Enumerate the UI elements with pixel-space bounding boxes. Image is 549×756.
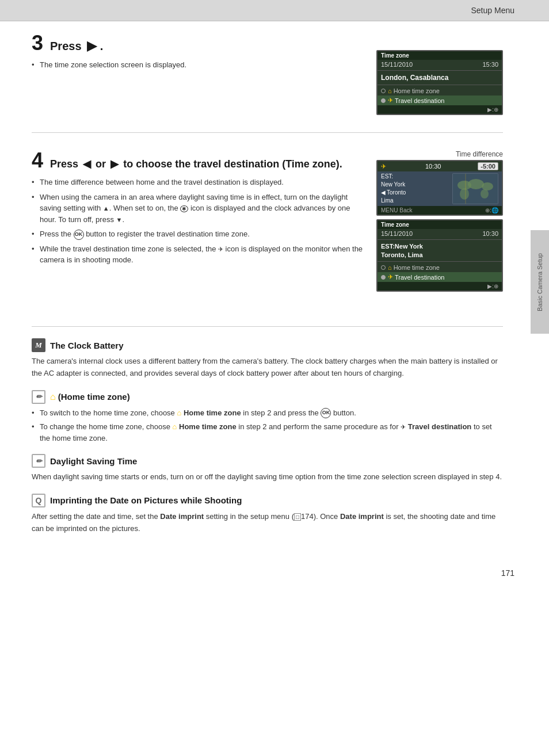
note-home-title-row: ✏ ⌂ (Home time zone) [32, 390, 503, 404]
city-lima: Lima [381, 197, 452, 205]
map-svg [453, 174, 498, 204]
note-daylight-icon: ✏ [32, 454, 45, 468]
screen1-time: 15:30 [482, 61, 498, 68]
note-home: ✏ ⌂ (Home time zone) To switch to the ho… [32, 390, 503, 444]
step-3-right: Time zone 15/11/2010 15:30 London, Casab… [376, 50, 503, 121]
screen-map-cities: EST: New York ◀Toronto Lima [381, 173, 452, 205]
screen1-opt1-label: Home time zone [394, 87, 440, 94]
ok-icon-1: OK [74, 230, 84, 240]
step-4-number: 4 [32, 150, 43, 171]
note-imprint-title-row: Q Imprinting the Date on Pictures while … [32, 494, 503, 507]
screen2-footer: ▶:⊕ [378, 282, 502, 291]
note-clock-icon: M [32, 338, 45, 352]
note-clock-title-row: M The Clock Battery [32, 338, 503, 352]
screen1-dot1 [381, 89, 386, 93]
step-3-number: 3 [32, 33, 43, 54]
screen2-option1: ⌂ Home time zone [378, 263, 502, 272]
screen1-dot2 [381, 98, 386, 103]
screen2-date: 15/11/2010 [381, 230, 413, 237]
screen-top-time: 10:30 [425, 163, 441, 170]
note-clock-body: The camera's internal clock uses a diffe… [32, 356, 503, 380]
step-4-right: Time difference ✈ 10:30 -5:00 EST: New Y… [376, 150, 503, 297]
screen2-divider [378, 239, 502, 240]
step3-screen: Time zone 15/11/2010 15:30 London, Casab… [376, 50, 503, 115]
screen1-date: 15/11/2010 [381, 61, 413, 68]
screen2-dot1 [381, 265, 386, 270]
screen1-opt2-label: Travel destination [395, 97, 444, 104]
screen2-divider2 [378, 261, 502, 262]
step-3-title: Press ▶ . [50, 39, 103, 54]
note-daylight: ✏ Daylight Saving Time When daylight sav… [32, 454, 503, 483]
step4-screen-top: ✈ 10:30 -5:00 EST: New York ◀Toronto Lim… [376, 160, 503, 216]
screen1-option1: ⌂ Home time zone [378, 86, 502, 96]
screen-nav: MENU Back ⊕:🌐 [378, 206, 502, 215]
screen1-label: Time zone [378, 51, 502, 60]
step3-period: . [100, 40, 104, 52]
screen2-time: 10:30 [482, 230, 498, 237]
step-4-bullet-2: When using the camera in an area where d… [32, 192, 365, 226]
header-title: Setup Menu [471, 6, 515, 15]
screen1-footer: ▶:⊕ [378, 105, 502, 114]
screen2-opt2-label: Travel destination [395, 274, 444, 281]
step-4-bullets: The time difference between home and the… [32, 177, 365, 266]
screen-travel-icon: ✈ [381, 163, 386, 170]
main-divider [32, 326, 503, 327]
step-3-bullets: The time zone selection screen is displa… [32, 59, 365, 71]
screen2-label: Time zone [378, 220, 502, 229]
page-number: 171 [0, 563, 549, 583]
note-home-bullets: To switch to the home time zone, choose … [32, 407, 503, 444]
step-4-bullet-1: The time difference between home and the… [32, 177, 365, 188]
screen2-option2: ✈ Travel destination [378, 272, 502, 282]
step-4-bullet-4: While the travel destination time zone i… [32, 243, 365, 266]
menu-back: MENU Back [381, 207, 412, 213]
step-4-title: Press ◀ or ▶ to choose the travel destin… [50, 158, 342, 171]
screen-top-offset: -5:00 [478, 162, 498, 170]
step4-or: or [96, 158, 106, 170]
step3-press: Press [50, 40, 82, 52]
step4-press: Press [50, 158, 78, 170]
screen1-divider2 [378, 85, 502, 85]
map-visual [452, 173, 498, 204]
note-clock: M The Clock Battery The camera's interna… [32, 338, 503, 380]
note-daylight-body: When daylight saving time starts or ends… [32, 471, 503, 483]
screen1-datetime-row: 15/11/2010 15:30 [378, 60, 502, 69]
step-4-bullet-3: Press the OK button to register the trav… [32, 228, 365, 240]
page-num-text: 171 [501, 568, 514, 578]
screen2-datetime-row: 15/11/2010 10:30 [378, 229, 502, 238]
svg-point-2 [468, 179, 484, 189]
screen1-divider [378, 70, 502, 71]
note-home-house-icon: ⌂ [50, 392, 56, 402]
sidebar-tab: Basic Camera Setup [531, 230, 549, 334]
screen2-opt1-label: Home time zone [394, 264, 440, 271]
step4-right-arr: ▶ [110, 158, 119, 170]
note-home-icon: ✏ [32, 390, 45, 404]
screen1-city: London, Casablanca [378, 72, 502, 83]
page-header: Setup Menu [0, 0, 549, 21]
screen-nav-right: ⊕:🌐 [485, 207, 498, 213]
step-3-bullet-1: The time zone selection screen is displa… [32, 59, 365, 71]
screen2-city2: Toronto, Lima [378, 251, 502, 260]
city-toronto: ◀Toronto [381, 189, 452, 197]
step4-screen-bottom: Time zone 15/11/2010 10:30 EST:New York … [376, 219, 503, 292]
note-imprint-title: Imprinting the Date on Pictures while Sh… [50, 495, 242, 505]
screen-map: EST: New York ◀Toronto Lima [378, 171, 502, 206]
screen-top-header: ✈ 10:30 -5:00 [378, 161, 502, 171]
step-3-left: 3 Press ▶ . The time zone selection scre… [32, 33, 376, 121]
step-4-left: 4 Press ◀ or ▶ to choose the travel dest… [32, 150, 376, 297]
screen2-city1: EST:New York [378, 241, 502, 251]
note-daylight-title-row: ✏ Daylight Saving Time [32, 454, 503, 468]
note-home-bullet-2: To change the home time zone, choose ⌂ H… [32, 421, 503, 444]
screen1-footer-text: ▶:⊕ [487, 106, 498, 113]
screen1-option2: ✈ Travel destination [378, 96, 502, 105]
svg-point-5 [481, 189, 489, 198]
svg-point-3 [482, 182, 493, 190]
step4-left-arr: ◀ [83, 158, 91, 170]
note-imprint: Q Imprinting the Date on Pictures while … [32, 494, 503, 535]
svg-point-4 [460, 188, 469, 200]
screen2-footer-text: ▶:⊕ [487, 283, 498, 289]
city-est: EST: [381, 173, 452, 181]
city-newyork: New York [381, 181, 452, 189]
note-imprint-body: After setting the date and time, set the… [32, 511, 503, 535]
note-clock-title: The Clock Battery [50, 341, 124, 350]
note-home-title: (Home time zone) [58, 392, 130, 402]
